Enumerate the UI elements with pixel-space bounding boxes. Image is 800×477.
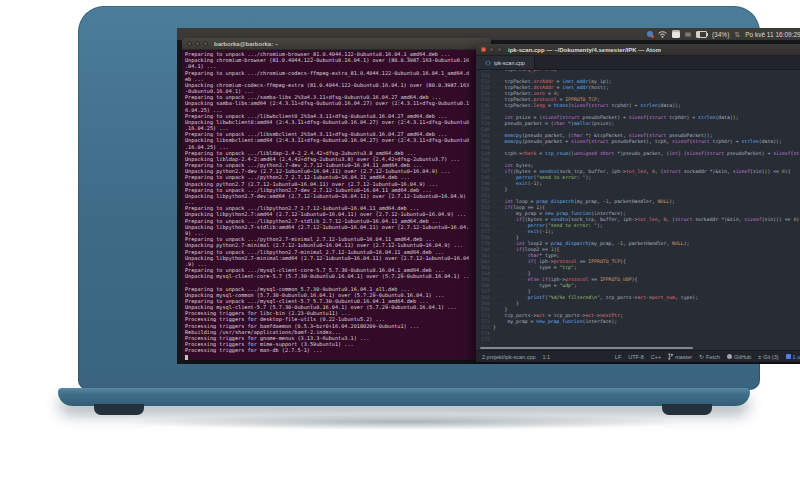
git-branch-icon [668, 353, 673, 360]
terminal-line: Preparing to unpack .../libwbclient0_2%3… [185, 113, 491, 119]
code-text: ····memcpy(pseudo_packet + sizeof(struct… [493, 139, 782, 145]
wifi-icon[interactable] [658, 31, 667, 38]
terminal-line: Unpacking libpython2.7-stdlib:amd64 (2.7… [185, 224, 491, 230]
status-git-changes[interactable]: ± Git (3) [758, 354, 779, 360]
code-line[interactable]: 575 [476, 337, 800, 343]
code-text: ····} [493, 187, 507, 193]
laptop-shadow [120, 414, 690, 430]
atom-editor[interactable]: 530····tcph->urg_ptr = 0;531532····tcpPa… [476, 70, 800, 346]
terminal-titlebar[interactable]: barborka@barborka: ~ [182, 38, 491, 50]
terminal-line: Unpacking libpython2.7:amd64 (2.7.12-1ub… [185, 211, 491, 217]
laptop-foot [662, 404, 712, 415]
atom-window-title: ipk-scan.cpp — ~/Dokumenty/4.semester/IP… [508, 47, 661, 53]
status-branch[interactable]: master [668, 353, 692, 360]
tab-bar: ipk-scan.cpp [476, 56, 800, 70]
status-fetch[interactable]: ↻ Fetch [699, 354, 720, 360]
laptop-foot [94, 404, 144, 415]
terminal-line: Unpacking libpython2.7-dev:amd64 (2.7.12… [185, 193, 491, 199]
terminal-line: Unpacking samba-libs:amd64 (2:4.3.11+dfs… [185, 100, 491, 106]
status-github[interactable]: GitHub [727, 354, 751, 360]
status-line-ending[interactable]: LF [615, 354, 621, 360]
minimize-button[interactable] [195, 41, 200, 46]
arrows-icon[interactable]: ⇅ [734, 31, 740, 38]
laptop-base [58, 388, 750, 406]
laptop-screen-bezel: ✉ (34%) ⇅ Po kvě 11 16:09:29 ⚙ barborka@… [78, 6, 760, 390]
terminal-line: Unpacking libwbclient0:amd64 (2:4.3.11+d… [185, 119, 491, 125]
update-icon [786, 354, 791, 359]
terminal-line: Preparing to unpack .../chromium-codecs-… [185, 70, 491, 76]
terminal-line: Unpacking mysql-client-core-5.7 (5.7.30-… [185, 273, 491, 279]
cpp-file-icon [485, 60, 491, 66]
clock[interactable]: Po kvě 11 16:09:29 [745, 31, 800, 38]
status-bar: 2.projekt/ipk-scan.cpp 1:1 LF UTF-8 C++ [476, 350, 800, 362]
code-text: ····tcph->check = tcp_csum((unsigned sho… [493, 151, 800, 157]
status-cursor-position[interactable]: 1:1 [543, 354, 551, 360]
code-text: ····tcpPacket.leng = htons(sizeof(struct… [493, 103, 681, 109]
battery-percentage: (34%) [712, 31, 729, 38]
tab-ipk-scan[interactable]: ipk-scan.cpp [476, 56, 535, 69]
desktop-screen: ✉ (34%) ⇅ Po kvě 11 16:09:29 ⚙ barborka@… [177, 28, 800, 364]
code-line[interactable]: 542····memcpy(pseudo_packet + sizeof(str… [476, 139, 800, 145]
maximize-button[interactable] [497, 47, 502, 52]
close-button[interactable] [481, 47, 486, 52]
scrollbar-thumb[interactable] [480, 347, 693, 349]
code-text: ····tcph->urg_ptr = 0; [493, 70, 557, 73]
terminal-line: Unpacking chromium-browser (81.0.4044.12… [185, 57, 491, 63]
atom-window: ipk-scan.cpp — ~/Dokumenty/4.semester/IP… [476, 44, 800, 362]
status-file-path[interactable]: 2.projekt/ipk-scan.cpp [482, 354, 536, 360]
battery-icon[interactable] [696, 31, 707, 38]
minimize-button[interactable] [489, 47, 494, 52]
close-button[interactable] [187, 41, 192, 46]
terminal-title: barborka@barborka: ~ [214, 41, 278, 47]
terminal-cursor [185, 355, 188, 360]
atom-titlebar[interactable]: ipk-scan.cpp — ~/Dokumenty/4.semester/IP… [476, 44, 800, 56]
code-text: ····pseudo_packet = (char *)malloc(psize… [493, 121, 614, 127]
status-grammar[interactable]: C++ [651, 354, 661, 360]
status-update[interactable]: 1 update [786, 354, 800, 360]
laptop-mockup: ✉ (34%) ⇅ Po kvě 11 16:09:29 ⚙ barborka@… [0, 0, 800, 477]
terminal-line: Unpacking libsmbclient:amd64 (2:4.3.11+d… [185, 137, 491, 143]
sync-icon: ↻ [699, 354, 704, 360]
tab-label: ipk-scan.cpp [494, 60, 525, 66]
mail-icon[interactable]: ✉ [685, 31, 691, 38]
terminal-line: Unpacking libpython2.7-minimal:amd64 (2.… [185, 255, 491, 261]
diff-icon: ± [758, 354, 761, 360]
github-icon [727, 354, 732, 359]
status-encoding[interactable]: UTF-8 [628, 354, 644, 360]
terminal-body[interactable]: Preparing to unpack .../chromium-browser… [182, 50, 491, 360]
keyboard-layout-icon[interactable] [672, 30, 680, 38]
terminal-line [185, 353, 491, 359]
terminal-line: Unpacking python2.7-minimal (2.7.12-1ubu… [185, 242, 491, 248]
maximize-button[interactable] [203, 41, 208, 46]
line-number: 575 [476, 337, 493, 343]
terminal-window: barborka@barborka: ~ Preparing to unpack… [182, 38, 491, 360]
code-text: ·····my_pcap = new_pcap_funcion(interfac… [493, 319, 617, 325]
code-text: ············printf("%d/%s filtered\n", t… [493, 295, 698, 301]
code-text: } [493, 325, 496, 331]
code-line[interactable]: 544····tcph->check = tcp_csum((unsigned … [476, 151, 800, 157]
app-indicator-icon[interactable] [647, 31, 653, 37]
